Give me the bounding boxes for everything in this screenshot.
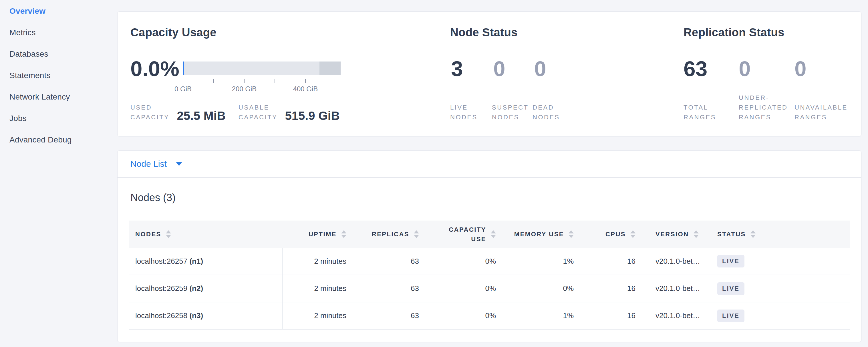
axis-tick <box>275 79 275 83</box>
total-ranges-count: 63 <box>684 58 707 80</box>
capacity-used-percent: 0.0% <box>130 58 179 80</box>
column-header-capacity-use[interactable]: CAPACITY USE <box>419 221 496 248</box>
sort-icon[interactable] <box>166 230 171 238</box>
cpus-cell: 16 <box>574 248 636 275</box>
unavailable-ranges-count: 0 <box>795 58 807 80</box>
usable-capacity-stat: USABLE CAPACITY 515.9 GiB <box>239 103 340 122</box>
node-address[interactable]: localhost:26259 <box>135 284 187 293</box>
replicas-cell: 63 <box>346 302 419 329</box>
overview-page: Overview Metrics Databases Statements Ne… <box>0 0 868 347</box>
nodes-section-title: Nodes (3) <box>130 191 861 204</box>
sort-icon[interactable] <box>568 230 574 238</box>
table-header-row: NODES UPTIME REPLICAS CAPACITY USE <box>129 221 850 248</box>
version-cell: v20.1.0-bet… <box>636 275 707 302</box>
sort-icon[interactable] <box>414 230 419 238</box>
live-nodes-label: LIVE NODES <box>450 103 477 122</box>
column-header-uptime[interactable]: UPTIME <box>282 221 346 248</box>
label-line: UNDER- <box>739 93 788 103</box>
memory-use-cell: 1% <box>496 248 574 275</box>
usable-capacity-label-line1: USABLE <box>239 103 277 113</box>
usable-capacity-value: 515.9 GiB <box>285 109 339 122</box>
label-line: LIVE <box>450 103 477 113</box>
used-capacity-label-line2: CAPACITY <box>130 113 169 122</box>
table-row-node-1[interactable]: localhost:26257 (n1) 2 minutes 63 0% 1% … <box>129 248 850 275</box>
chevron-down-icon <box>176 162 182 166</box>
sort-icon[interactable] <box>341 230 346 238</box>
sidebar-item-advanced-debug[interactable]: Advanced Debug <box>9 135 117 145</box>
sort-icon[interactable] <box>491 230 496 238</box>
axis-tick <box>244 79 245 83</box>
live-nodes-count: 3 <box>451 58 463 80</box>
replication-status-title: Replication Status <box>684 26 784 39</box>
sidebar-item-overview[interactable]: Overview <box>9 6 117 16</box>
column-header-nodes[interactable]: NODES <box>129 221 282 248</box>
label-line: RANGES <box>739 113 788 122</box>
node-list-dropdown-label[interactable]: Node List <box>130 159 167 169</box>
axis-tick <box>213 79 214 83</box>
label-line: NODES <box>532 113 560 122</box>
node-id: (n3) <box>189 311 203 320</box>
column-header-replicas[interactable]: REPLICAS <box>346 221 419 248</box>
used-capacity-stat: USED CAPACITY 25.5 MiB <box>130 103 226 122</box>
node-status-title: Node Status <box>450 26 518 39</box>
cpus-cell: 16 <box>574 302 636 329</box>
axis-tick-label: 400 GiB <box>283 85 328 93</box>
replicas-cell: 63 <box>346 248 419 275</box>
axis-tick <box>183 79 183 83</box>
capacity-use-cell: 0% <box>419 302 496 329</box>
table-row-node-2[interactable]: localhost:26259 (n2) 2 minutes 63 0% 0% … <box>129 275 850 302</box>
uptime-cell: 2 minutes <box>282 248 346 275</box>
suspect-nodes-count: 0 <box>493 58 505 80</box>
column-header-cpus[interactable]: CPUS <box>574 221 636 248</box>
capacity-usage-title: Capacity Usage <box>130 26 217 39</box>
total-ranges-label: TOTAL RANGES <box>684 103 716 122</box>
table-row-node-3[interactable]: localhost:26258 (n3) 2 minutes 63 0% 1% … <box>129 302 850 329</box>
capacity-use-cell: 0% <box>419 248 496 275</box>
node-list-dropdown[interactable]: Node List <box>118 151 861 178</box>
axis-tick <box>336 79 336 83</box>
node-address[interactable]: localhost:26258 <box>135 311 187 320</box>
uptime-cell: 2 minutes <box>282 302 346 329</box>
status-badge: LIVE <box>717 310 744 322</box>
column-header-version[interactable]: VERSION <box>636 221 707 248</box>
sidebar-item-network-latency[interactable]: Network Latency <box>9 92 117 101</box>
sidebar-item-databases[interactable]: Databases <box>9 49 117 59</box>
sidebar: Overview Metrics Databases Statements Ne… <box>0 0 117 347</box>
cpus-cell: 16 <box>574 275 636 302</box>
node-list-card: Node List Nodes (3) NODES UPTIME <box>117 151 861 342</box>
usable-capacity-label-line2: CAPACITY <box>239 113 277 122</box>
capacity-bar-chart <box>183 62 341 75</box>
memory-use-cell: 1% <box>496 302 574 329</box>
label-line: NODES <box>450 113 477 122</box>
sidebar-item-statements[interactable]: Statements <box>9 71 117 80</box>
sort-icon[interactable] <box>693 230 699 238</box>
under-replicated-ranges-count: 0 <box>739 58 751 80</box>
under-replicated-ranges-label: UNDER- REPLICATED RANGES <box>739 93 788 122</box>
uptime-cell: 2 minutes <box>282 275 346 302</box>
sort-icon[interactable] <box>630 230 636 238</box>
label-line: RANGES <box>684 113 716 122</box>
nodes-table: NODES UPTIME REPLICAS CAPACITY USE <box>129 221 850 329</box>
sort-icon[interactable] <box>750 230 755 238</box>
label-line: SUSPECT <box>492 103 529 113</box>
cluster-summary-card: Capacity Usage 0.0% 0 GiB 200 GiB 400 Gi… <box>117 11 861 136</box>
version-cell: v20.1.0-bet… <box>636 302 707 329</box>
capacity-use-cell: 0% <box>419 275 496 302</box>
used-capacity-label-line1: USED <box>130 103 169 113</box>
column-header-memory-use[interactable]: MEMORY USE <box>496 221 574 248</box>
axis-tick-label: 200 GiB <box>221 85 267 93</box>
node-id: (n1) <box>189 257 203 265</box>
memory-use-cell: 0% <box>496 275 574 302</box>
label-line: DEAD <box>532 103 560 113</box>
column-header-status[interactable]: STATUS <box>707 221 850 248</box>
capacity-bar-used-segment <box>183 62 184 75</box>
sidebar-item-metrics[interactable]: Metrics <box>9 28 117 37</box>
version-cell: v20.1.0-bet… <box>636 248 707 275</box>
dead-nodes-count: 0 <box>534 58 546 80</box>
capacity-bar-other-segment <box>319 62 341 75</box>
node-address[interactable]: localhost:26257 <box>135 257 187 265</box>
used-capacity-value: 25.5 MiB <box>177 109 225 122</box>
sidebar-item-jobs[interactable]: Jobs <box>9 114 117 123</box>
axis-tick-label: 0 GiB <box>160 85 206 93</box>
replicas-cell: 63 <box>346 275 419 302</box>
